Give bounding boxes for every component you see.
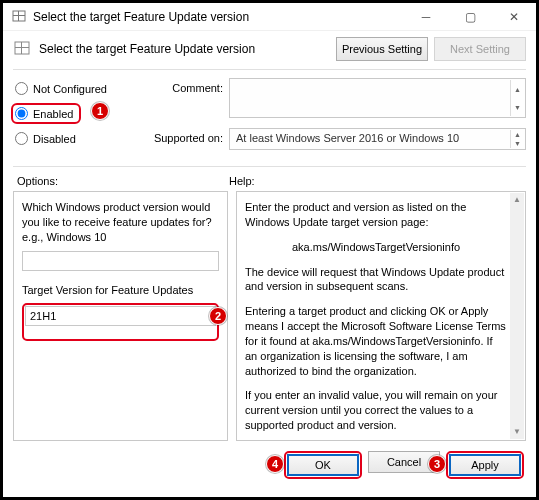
chevron-down-icon[interactable]: ▼ <box>510 98 524 116</box>
titlebar: Select the target Feature Update version… <box>3 3 536 31</box>
help-link: aka.ms/WindowsTargetVersioninfo <box>245 240 507 255</box>
footer-buttons: OK 4 Cancel Apply 3 <box>3 441 536 479</box>
radio-enabled-label: Enabled <box>33 108 73 120</box>
config-area: Not Configured Enabled 1 Disabled Commen… <box>3 70 536 166</box>
chevron-down-icon[interactable]: ▼ <box>510 425 524 439</box>
next-setting-button: Next Setting <box>434 37 526 61</box>
help-p1: Enter the product and version as listed … <box>245 200 507 230</box>
supported-row: Supported on: At least Windows Server 20… <box>151 128 526 150</box>
target-version-input[interactable] <box>25 306 216 326</box>
target-version-highlight: 2 <box>22 303 219 341</box>
radio-not-configured-label: Not Configured <box>33 83 107 95</box>
annotation-3: 3 <box>428 455 446 473</box>
chevron-down-icon: ▼ <box>510 139 524 148</box>
header-title: Select the target Feature Update version <box>39 42 330 56</box>
state-radios: Not Configured Enabled 1 Disabled <box>13 74 151 160</box>
annotation-4: 4 <box>266 455 284 473</box>
chevron-up-icon[interactable]: ▲ <box>510 80 524 98</box>
help-panel: Enter the product and version as listed … <box>236 191 526 441</box>
comment-row: Comment: ▲▼ <box>151 78 526 118</box>
help-p2: The device will request that Windows Upd… <box>245 265 507 295</box>
ok-button[interactable]: OK <box>287 454 359 476</box>
comment-textarea[interactable]: ▲▼ <box>229 78 526 118</box>
option-q2: Target Version for Feature Updates <box>22 283 219 298</box>
ok-highlight: OK 4 <box>284 451 362 479</box>
product-version-input[interactable] <box>22 251 219 271</box>
policy-icon <box>11 9 27 25</box>
chevron-up-icon[interactable]: ▲ <box>510 193 524 207</box>
radio-disabled-input[interactable] <box>15 132 28 145</box>
chevron-up-icon: ▲ <box>510 130 524 139</box>
supported-value: At least Windows Server 2016 or Windows … <box>236 132 459 144</box>
meta-col: Comment: ▲▼ Supported on: At least Windo… <box>151 74 526 160</box>
help-scrollbar[interactable]: ▲ ▼ <box>510 193 524 439</box>
radio-enabled[interactable]: Enabled 1 <box>13 99 151 128</box>
supported-scroll: ▲▼ <box>510 130 524 148</box>
minimize-button[interactable]: ─ <box>404 3 448 31</box>
close-button[interactable]: ✕ <box>492 3 536 31</box>
annotation-2: 2 <box>209 307 227 325</box>
header-row: Select the target Feature Update version… <box>3 31 536 69</box>
section-labels: Options: Help: <box>3 167 536 191</box>
radio-not-configured[interactable]: Not Configured <box>13 78 151 99</box>
option-q1: Which Windows product version would you … <box>22 200 219 245</box>
apply-button[interactable]: Apply <box>449 454 521 476</box>
radio-disabled[interactable]: Disabled <box>13 128 151 149</box>
supported-box: At least Windows Server 2016 or Windows … <box>229 128 526 150</box>
policy-icon <box>13 40 31 58</box>
panels: Which Windows product version would you … <box>3 191 536 441</box>
supported-label: Supported on: <box>151 128 229 150</box>
scrollbar-track[interactable] <box>510 207 524 425</box>
radio-not-configured-input[interactable] <box>15 82 28 95</box>
previous-setting-button[interactable]: Previous Setting <box>336 37 428 61</box>
svg-rect-2 <box>13 15 25 16</box>
help-p4: If you enter an invalid value, you will … <box>245 388 507 433</box>
options-label: Options: <box>17 175 229 187</box>
help-p3: Entering a target product and clicking O… <box>245 304 507 378</box>
comment-label: Comment: <box>151 78 229 118</box>
svg-rect-5 <box>15 47 29 48</box>
radio-enabled-input[interactable] <box>15 107 28 120</box>
annotation-1: 1 <box>91 102 109 120</box>
apply-highlight: Apply 3 <box>446 451 524 479</box>
radio-disabled-label: Disabled <box>33 133 76 145</box>
window-title: Select the target Feature Update version <box>33 10 404 24</box>
maximize-button[interactable]: ▢ <box>448 3 492 31</box>
comment-scroll[interactable]: ▲▼ <box>510 80 524 116</box>
help-label: Help: <box>229 175 255 187</box>
options-panel: Which Windows product version would you … <box>13 191 228 441</box>
